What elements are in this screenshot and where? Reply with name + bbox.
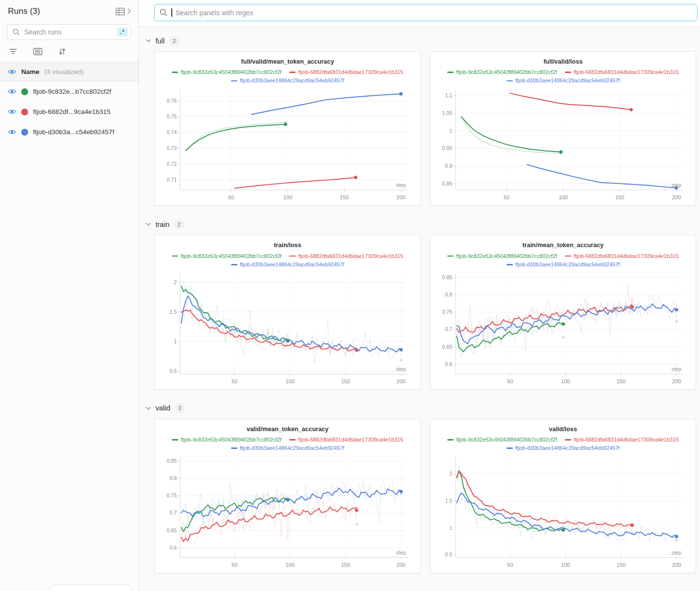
svg-text:50: 50: [228, 194, 234, 200]
legend-item[interactable]: ftjob-6882dfa6831d4d6dae17309ca4e1b315: [289, 69, 403, 76]
chart-canvas[interactable]: 501001502000.60.650.70.750.80.85step: [436, 269, 690, 387]
collapse-sidebar-icon[interactable]: [127, 8, 131, 15]
chart-panel[interactable]: valid/lossftjob-9c832e53c45043f89402bb7c…: [430, 419, 696, 573]
section-count-badge: 2: [175, 403, 185, 413]
svg-text:150: 150: [615, 194, 624, 200]
chevron-down-icon[interactable]: [146, 406, 151, 410]
series-end-dot: [630, 524, 633, 527]
legend-item[interactable]: ftjob-9c832e53c45043f89402bb7cc802cf2f: [172, 253, 281, 260]
run-row-2[interactable]: ftjob-6882df...9ca4e1b315: [0, 102, 138, 122]
legend-item[interactable]: ftjob-d30b3aee14864c29acd9ac54eb92457f: [231, 444, 344, 452]
columns-icon[interactable]: [33, 48, 42, 55]
chart-canvas[interactable]: 501001502000.511.52step: [160, 269, 415, 387]
section-label[interactable]: train: [156, 221, 169, 228]
svg-text:150: 150: [341, 378, 350, 384]
legend-item[interactable]: ftjob-9c832e53c45043f89402bb7cc802cf2f: [447, 253, 557, 260]
legend-item[interactable]: ftjob-6882dfa6831d4d6dae17309ca4e1b315: [289, 253, 403, 260]
run-row-1[interactable]: ftjob-9c832e...b7cc802cf2f: [0, 81, 138, 102]
chart-panel[interactable]: train/lossftjob-9c832e53c45043f89402bb7c…: [155, 235, 421, 389]
bottom-popup-box: [49, 586, 131, 591]
svg-text:100: 100: [283, 194, 292, 200]
run-row-3[interactable]: ftjob-d30b3a...c54eb92457f: [0, 122, 138, 142]
visibility-eye-icon[interactable]: [8, 109, 16, 115]
chart-title: full/valid/mean_token_accuracy: [160, 58, 415, 65]
legend-run-name: ftjob-6882dfa6831d4d6dae17309ca4e1b315: [574, 436, 679, 443]
legend-item[interactable]: ftjob-9c832e53c45043f89402bb7cc802cf2f: [447, 436, 557, 443]
legend-swatch-icon: [565, 439, 571, 441]
chart-canvas[interactable]: 501001502000.850.90.9511.051.1step: [436, 85, 690, 203]
chart-canvas[interactable]: 501001502000.511.52step: [436, 453, 690, 570]
svg-text:1.05: 1.05: [442, 110, 453, 116]
chart-panel[interactable]: valid/mean_token_accuracyftjob-9c832e53c…: [155, 419, 421, 573]
run-name[interactable]: ftjob-9c832e...b7cc802cf2f: [33, 88, 111, 95]
legend-run-name: ftjob-6882dfa6831d4d6dae17309ca4e1b315: [298, 436, 403, 443]
legend-run-name: ftjob-d30b3aee14864c29acd9ac54eb92457f: [240, 77, 344, 84]
chart-legend: ftjob-9c832e53c45043f89402bb7cc802cf2fft…: [160, 251, 415, 268]
chart-panel[interactable]: train/mean_token_accuracyftjob-9c832e53c…: [430, 235, 696, 389]
svg-text:100: 100: [559, 194, 568, 200]
panels-area: Search panels with regex full 2 full/val…: [139, 0, 700, 591]
legend-item[interactable]: ftjob-d30b3aee14864c29acd9ac54eb92457f: [506, 77, 620, 84]
svg-text:0.65: 0.65: [442, 343, 453, 349]
svg-text:50: 50: [507, 562, 513, 568]
section-count-badge: 2: [169, 36, 180, 46]
legend-item[interactable]: ftjob-6882dfa6831d4d6dae17309ca4e1b315: [565, 253, 679, 260]
svg-text:0.5: 0.5: [169, 368, 177, 373]
regex-toggle-button[interactable]: .*: [117, 28, 128, 37]
legend-item[interactable]: ftjob-9c832e53c45043f89402bb7cc802cf2f: [172, 436, 281, 443]
svg-text:0.7: 0.7: [169, 510, 177, 516]
svg-text:0.75: 0.75: [167, 114, 177, 120]
chevron-down-icon[interactable]: [146, 222, 151, 226]
legend-swatch-icon: [289, 72, 296, 73]
section-label[interactable]: valid: [156, 404, 170, 412]
run-name[interactable]: ftjob-d30b3a...c54eb92457f: [33, 128, 114, 136]
legend-swatch-icon: [231, 264, 237, 265]
search-panels-input[interactable]: Search panels with regex: [154, 4, 698, 21]
svg-text:200: 200: [396, 562, 405, 568]
chart-panel[interactable]: full/valid/mean_token_accuracyftjob-9c83…: [155, 51, 421, 206]
legend-item[interactable]: ftjob-d30b3aee14864c29acd9ac54eb92457f: [506, 261, 620, 268]
svg-text:200: 200: [672, 378, 681, 384]
name-column-header[interactable]: Name: [21, 68, 39, 75]
table-view-icon[interactable]: [116, 7, 126, 16]
legend-item[interactable]: ftjob-6882dfa6831d4d6dae17309ca4e1b315: [565, 69, 679, 76]
legend-swatch-icon: [172, 439, 178, 441]
chart-canvas[interactable]: 501001502000.60.650.70.750.80.85step: [160, 453, 415, 570]
legend-run-name: ftjob-d30b3aee14864c29acd9ac54eb92457f: [240, 444, 344, 452]
legend-item[interactable]: ftjob-9c832e53c45043f89402bb7cc802cf2f: [447, 69, 557, 76]
chart-title: valid/loss: [436, 426, 690, 433]
sort-icon[interactable]: [58, 48, 66, 55]
legend-swatch-icon: [447, 256, 454, 257]
chart-panel[interactable]: full/valid/lossftjob-9c832e53c45043f8940…: [430, 51, 696, 206]
legend-run-name: ftjob-9c832e53c45043f89402bb7cc802cf2f: [456, 436, 557, 443]
legend-swatch-icon: [289, 439, 296, 441]
filter-icon[interactable]: [9, 48, 17, 55]
visibility-eye-icon[interactable]: [8, 129, 16, 135]
legend-run-name: ftjob-d30b3aee14864c29acd9ac54eb92457f: [515, 444, 620, 452]
svg-text:100: 100: [561, 378, 570, 384]
x-axis-label: step: [671, 366, 681, 372]
legend-item[interactable]: ftjob-6882dfa6831d4d6dae17309ca4e1b315: [289, 436, 403, 443]
legend-item[interactable]: ftjob-9c832e53c45043f89402bb7cc802cf2f: [172, 69, 281, 76]
visibility-eye-icon[interactable]: [8, 88, 16, 95]
panel-grid: train/lossftjob-9c832e53c45043f89402bb7c…: [155, 235, 696, 389]
legend-item[interactable]: ftjob-d30b3aee14864c29acd9ac54eb92457f: [231, 261, 344, 268]
legend-run-name: ftjob-9c832e53c45043f89402bb7cc802cf2f: [181, 69, 281, 76]
section-label[interactable]: full: [156, 37, 165, 45]
legend-item[interactable]: ftjob-d30b3aee14864c29acd9ac54eb92457f: [506, 444, 620, 452]
svg-text:150: 150: [341, 562, 350, 568]
series-end-dot: [675, 186, 678, 189]
svg-text:150: 150: [617, 562, 625, 568]
chevron-down-icon[interactable]: [146, 39, 151, 42]
legend-item[interactable]: ftjob-d30b3aee14864c29acd9ac54eb92457f: [231, 77, 344, 84]
svg-text:150: 150: [340, 194, 349, 200]
search-runs-placeholder: Search runs: [24, 28, 113, 36]
legend-swatch-icon: [231, 80, 237, 82]
visibility-all-eye-icon[interactable]: [8, 69, 16, 75]
legend-item[interactable]: ftjob-6882dfa6831d4d6dae17309ca4e1b315: [565, 436, 679, 443]
search-runs-input[interactable]: Search runs .*: [7, 24, 131, 40]
svg-text:0.74: 0.74: [167, 130, 177, 136]
run-name[interactable]: ftjob-6882df...9ca4e1b315: [33, 108, 111, 115]
svg-text:50: 50: [504, 194, 509, 200]
chart-canvas[interactable]: 501001502000.710.720.730.740.750.76step: [160, 85, 415, 203]
